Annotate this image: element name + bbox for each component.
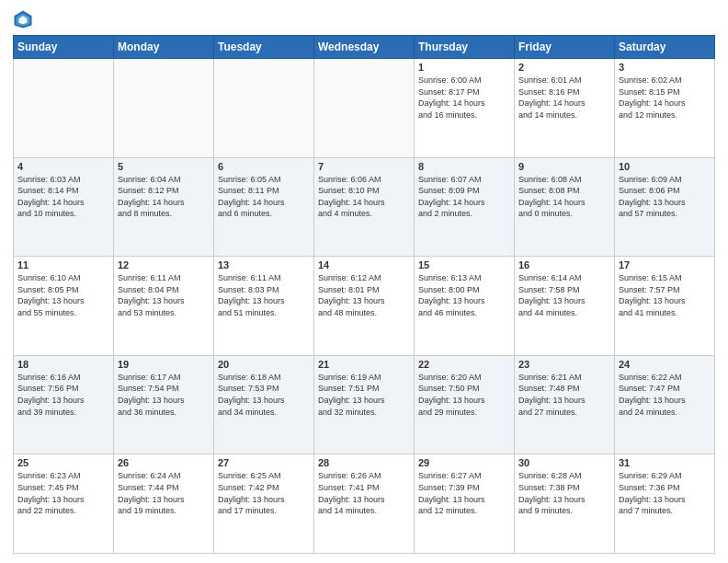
week-row-3: 18Sunrise: 6:16 AM Sunset: 7:56 PM Dayli…: [14, 355, 715, 454]
calendar-cell: 25Sunrise: 6:23 AM Sunset: 7:45 PM Dayli…: [14, 454, 114, 554]
day-number: 9: [518, 161, 610, 172]
logo-icon: [13, 9, 33, 29]
calendar-cell: 19Sunrise: 6:17 AM Sunset: 7:54 PM Dayli…: [114, 355, 214, 454]
calendar-cell: [14, 59, 114, 158]
weekday-header-monday: Monday: [114, 36, 214, 59]
calendar-cell: 1Sunrise: 6:00 AM Sunset: 8:17 PM Daylig…: [415, 59, 515, 158]
day-number: 24: [619, 359, 711, 370]
calendar-cell: 14Sunrise: 6:12 AM Sunset: 8:01 PM Dayli…: [314, 257, 415, 356]
day-number: 2: [518, 62, 610, 73]
weekday-header-tuesday: Tuesday: [214, 36, 314, 59]
week-row-2: 11Sunrise: 6:10 AM Sunset: 8:05 PM Dayli…: [14, 257, 715, 356]
calendar-cell: 30Sunrise: 6:28 AM Sunset: 7:38 PM Dayli…: [515, 454, 615, 554]
day-number: 18: [17, 359, 109, 370]
day-number: 25: [17, 457, 109, 468]
calendar-cell: 23Sunrise: 6:21 AM Sunset: 7:48 PM Dayli…: [515, 355, 615, 454]
day-info: Sunrise: 6:06 AM Sunset: 8:10 PM Dayligh…: [318, 174, 410, 220]
day-number: 20: [218, 359, 310, 370]
day-number: 12: [118, 259, 210, 270]
calendar-cell: 27Sunrise: 6:25 AM Sunset: 7:42 PM Dayli…: [214, 454, 314, 554]
day-info: Sunrise: 6:04 AM Sunset: 8:12 PM Dayligh…: [118, 174, 210, 220]
day-number: 30: [518, 457, 610, 468]
day-info: Sunrise: 6:03 AM Sunset: 8:14 PM Dayligh…: [17, 174, 109, 220]
day-info: Sunrise: 6:20 AM Sunset: 7:50 PM Dayligh…: [418, 372, 510, 418]
day-info: Sunrise: 6:22 AM Sunset: 7:47 PM Dayligh…: [619, 372, 711, 418]
day-number: 10: [619, 161, 711, 172]
calendar-cell: 6Sunrise: 6:05 AM Sunset: 8:11 PM Daylig…: [214, 157, 314, 257]
calendar-cell: 28Sunrise: 6:26 AM Sunset: 7:41 PM Dayli…: [314, 454, 415, 554]
calendar-cell: [114, 59, 214, 158]
header: [13, 9, 715, 29]
day-info: Sunrise: 6:21 AM Sunset: 7:48 PM Dayligh…: [518, 372, 610, 418]
day-info: Sunrise: 6:18 AM Sunset: 7:53 PM Dayligh…: [218, 372, 310, 418]
day-info: Sunrise: 6:09 AM Sunset: 8:06 PM Dayligh…: [619, 174, 711, 220]
calendar-cell: 15Sunrise: 6:13 AM Sunset: 8:00 PM Dayli…: [415, 257, 515, 356]
day-number: 28: [318, 457, 410, 468]
day-info: Sunrise: 6:11 AM Sunset: 8:03 PM Dayligh…: [218, 272, 310, 318]
day-info: Sunrise: 6:23 AM Sunset: 7:45 PM Dayligh…: [17, 470, 109, 516]
day-info: Sunrise: 6:26 AM Sunset: 7:41 PM Dayligh…: [318, 470, 410, 516]
day-info: Sunrise: 6:02 AM Sunset: 8:15 PM Dayligh…: [619, 75, 711, 121]
calendar-cell: 12Sunrise: 6:11 AM Sunset: 8:04 PM Dayli…: [114, 257, 214, 356]
day-number: 17: [619, 259, 711, 270]
weekday-header-friday: Friday: [515, 36, 615, 59]
day-number: 5: [118, 161, 210, 172]
page: SundayMondayTuesdayWednesdayThursdayFrid…: [0, 0, 728, 563]
calendar-cell: 7Sunrise: 6:06 AM Sunset: 8:10 PM Daylig…: [314, 157, 415, 257]
calendar-cell: 3Sunrise: 6:02 AM Sunset: 8:15 PM Daylig…: [615, 59, 715, 158]
day-number: 21: [318, 359, 410, 370]
calendar-cell: 24Sunrise: 6:22 AM Sunset: 7:47 PM Dayli…: [615, 355, 715, 454]
day-info: Sunrise: 6:10 AM Sunset: 8:05 PM Dayligh…: [17, 272, 109, 318]
day-number: 19: [118, 359, 210, 370]
day-number: 15: [418, 259, 510, 270]
day-number: 4: [17, 161, 109, 172]
day-number: 23: [518, 359, 610, 370]
weekday-header-sunday: Sunday: [14, 36, 114, 59]
calendar-cell: 29Sunrise: 6:27 AM Sunset: 7:39 PM Dayli…: [415, 454, 515, 554]
week-row-1: 4Sunrise: 6:03 AM Sunset: 8:14 PM Daylig…: [14, 157, 715, 257]
weekday-header-thursday: Thursday: [415, 36, 515, 59]
day-number: 14: [318, 259, 410, 270]
weekday-header-wednesday: Wednesday: [314, 36, 415, 59]
calendar-cell: 10Sunrise: 6:09 AM Sunset: 8:06 PM Dayli…: [615, 157, 715, 257]
calendar-cell: 13Sunrise: 6:11 AM Sunset: 8:03 PM Dayli…: [214, 257, 314, 356]
day-info: Sunrise: 6:29 AM Sunset: 7:36 PM Dayligh…: [619, 470, 711, 516]
day-number: 22: [418, 359, 510, 370]
day-number: 3: [619, 62, 711, 73]
calendar-cell: 16Sunrise: 6:14 AM Sunset: 7:58 PM Dayli…: [515, 257, 615, 356]
calendar-cell: 26Sunrise: 6:24 AM Sunset: 7:44 PM Dayli…: [114, 454, 214, 554]
day-info: Sunrise: 6:14 AM Sunset: 7:58 PM Dayligh…: [518, 272, 610, 318]
calendar-cell: 21Sunrise: 6:19 AM Sunset: 7:51 PM Dayli…: [314, 355, 415, 454]
weekday-header-row: SundayMondayTuesdayWednesdayThursdayFrid…: [14, 36, 715, 59]
day-info: Sunrise: 6:28 AM Sunset: 7:38 PM Dayligh…: [518, 470, 610, 516]
calendar-cell: 18Sunrise: 6:16 AM Sunset: 7:56 PM Dayli…: [14, 355, 114, 454]
day-info: Sunrise: 6:07 AM Sunset: 8:09 PM Dayligh…: [418, 174, 510, 220]
calendar: SundayMondayTuesdayWednesdayThursdayFrid…: [13, 35, 715, 554]
weekday-header-saturday: Saturday: [615, 36, 715, 59]
day-info: Sunrise: 6:11 AM Sunset: 8:04 PM Dayligh…: [118, 272, 210, 318]
calendar-cell: [314, 59, 415, 158]
calendar-cell: 31Sunrise: 6:29 AM Sunset: 7:36 PM Dayli…: [615, 454, 715, 554]
day-info: Sunrise: 6:17 AM Sunset: 7:54 PM Dayligh…: [118, 372, 210, 418]
day-number: 11: [17, 259, 109, 270]
calendar-cell: 17Sunrise: 6:15 AM Sunset: 7:57 PM Dayli…: [615, 257, 715, 356]
day-info: Sunrise: 6:12 AM Sunset: 8:01 PM Dayligh…: [318, 272, 410, 318]
day-info: Sunrise: 6:27 AM Sunset: 7:39 PM Dayligh…: [418, 470, 510, 516]
day-number: 6: [218, 161, 310, 172]
logo: [13, 9, 37, 29]
calendar-cell: 22Sunrise: 6:20 AM Sunset: 7:50 PM Dayli…: [415, 355, 515, 454]
week-row-4: 25Sunrise: 6:23 AM Sunset: 7:45 PM Dayli…: [14, 454, 715, 554]
day-number: 13: [218, 259, 310, 270]
calendar-cell: 5Sunrise: 6:04 AM Sunset: 8:12 PM Daylig…: [114, 157, 214, 257]
calendar-cell: 20Sunrise: 6:18 AM Sunset: 7:53 PM Dayli…: [214, 355, 314, 454]
day-info: Sunrise: 6:00 AM Sunset: 8:17 PM Dayligh…: [418, 75, 510, 121]
day-info: Sunrise: 6:13 AM Sunset: 8:00 PM Dayligh…: [418, 272, 510, 318]
calendar-cell: 9Sunrise: 6:08 AM Sunset: 8:08 PM Daylig…: [515, 157, 615, 257]
calendar-cell: 8Sunrise: 6:07 AM Sunset: 8:09 PM Daylig…: [415, 157, 515, 257]
calendar-cell: 4Sunrise: 6:03 AM Sunset: 8:14 PM Daylig…: [14, 157, 114, 257]
day-info: Sunrise: 6:24 AM Sunset: 7:44 PM Dayligh…: [118, 470, 210, 516]
day-info: Sunrise: 6:19 AM Sunset: 7:51 PM Dayligh…: [318, 372, 410, 418]
day-number: 31: [619, 457, 711, 468]
day-number: 7: [318, 161, 410, 172]
day-info: Sunrise: 6:15 AM Sunset: 7:57 PM Dayligh…: [619, 272, 711, 318]
